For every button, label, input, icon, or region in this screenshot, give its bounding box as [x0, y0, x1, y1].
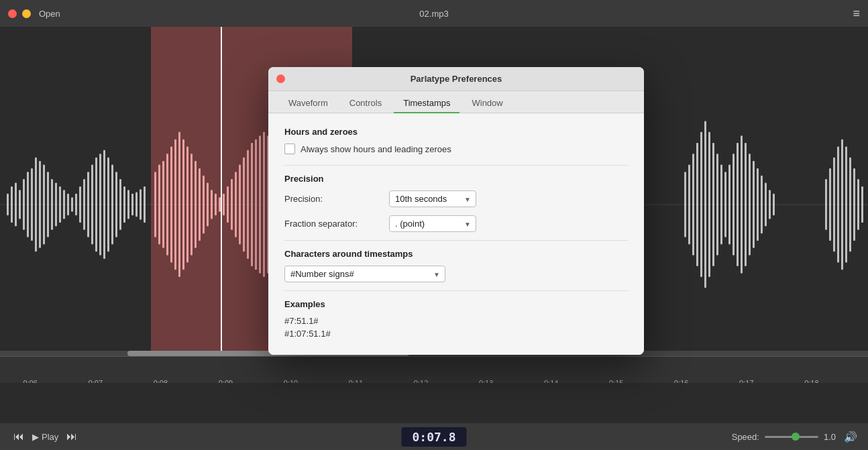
svg-rect-8 — [35, 158, 37, 252]
traffic-light-red[interactable] — [8, 9, 17, 18]
svg-rect-46 — [195, 161, 197, 248]
example-1: #7:51.1# — [284, 316, 628, 326]
menu-icon[interactable]: ≡ — [853, 7, 860, 21]
svg-rect-12 — [51, 179, 53, 230]
svg-rect-124 — [688, 164, 690, 244]
ruler-label-6: 0:06 — [23, 379, 38, 383]
svg-rect-19 — [79, 186, 81, 223]
svg-rect-145 — [773, 194, 775, 215]
dialog-tabs: Waveform Controls Timestamps Window — [268, 91, 644, 113]
tab-window[interactable]: Window — [462, 94, 512, 113]
svg-rect-137 — [741, 135, 743, 273]
ruler-label-18: 0:18 — [804, 379, 818, 383]
transport-bar: ⏮ ▶ Play ⏭ 0:07.8 Speed: 1.0 🔊 — [0, 423, 868, 450]
speed-slider[interactable] — [765, 436, 818, 438]
titlebar: Open 02.mp3 ≡ — [0, 0, 868, 27]
svg-rect-50 — [211, 190, 213, 219]
tab-controls[interactable]: Controls — [340, 94, 391, 113]
svg-rect-27 — [111, 164, 113, 244]
svg-rect-30 — [123, 186, 125, 223]
svg-rect-131 — [716, 154, 718, 255]
svg-rect-146 — [825, 179, 827, 230]
tab-waveform[interactable]: Waveform — [279, 94, 337, 113]
svg-rect-7 — [31, 168, 33, 241]
svg-rect-4 — [19, 190, 21, 219]
precision-row: Precision: 10th seconds 100th seconds Se… — [284, 190, 628, 207]
svg-rect-54 — [227, 186, 229, 223]
svg-rect-136 — [737, 143, 739, 266]
skip-forward-button[interactable]: ⏭ — [64, 428, 80, 445]
play-button[interactable]: ▶ Play — [32, 432, 58, 442]
svg-rect-52 — [219, 197, 221, 212]
svg-rect-29 — [119, 179, 121, 230]
svg-rect-133 — [724, 172, 726, 237]
speed-control: Speed: 1.0 🔊 — [732, 431, 857, 443]
open-button[interactable]: Open — [39, 9, 60, 19]
svg-rect-1 — [7, 194, 9, 215]
dialog-body: Hours and zeroes Always show hours and l… — [268, 113, 644, 355]
ruler-label-8: 0:08 — [154, 379, 168, 383]
divider-1 — [284, 165, 628, 166]
ruler-label-14: 0:14 — [544, 379, 558, 383]
hours-checkbox[interactable] — [284, 144, 295, 154]
svg-rect-17 — [71, 197, 73, 212]
hours-checkbox-label: Always show hours and leading zeroes — [301, 144, 451, 154]
svg-rect-140 — [753, 161, 755, 248]
svg-rect-56 — [235, 172, 237, 237]
fraction-label: Fraction separator: — [284, 219, 378, 229]
traffic-light-yellow[interactable] — [22, 9, 31, 18]
svg-rect-126 — [696, 143, 698, 266]
tab-timestamps[interactable]: Timestamps — [394, 94, 459, 113]
chars-dropdown-wrapper: #Number signs# No characters Custom ▼ — [284, 266, 445, 282]
precision-select[interactable]: 10th seconds 100th seconds Seconds — [389, 190, 476, 207]
dialog-title: Parlatype Preferences — [411, 74, 502, 84]
svg-rect-2 — [11, 186, 13, 223]
svg-rect-25 — [103, 150, 105, 259]
svg-rect-13 — [55, 183, 57, 227]
ruler-label-16: 0:16 — [674, 379, 688, 383]
svg-rect-11 — [47, 172, 49, 237]
svg-rect-127 — [700, 132, 702, 277]
titlebar-controls — [8, 9, 31, 18]
svg-rect-16 — [67, 194, 69, 215]
hours-section-title: Hours and zeroes — [284, 127, 628, 137]
svg-rect-26 — [107, 158, 109, 252]
svg-rect-47 — [199, 168, 201, 241]
svg-rect-55 — [231, 179, 233, 230]
divider-2 — [284, 240, 628, 241]
svg-rect-51 — [215, 194, 217, 215]
ruler-label-10: 0:10 — [284, 379, 298, 383]
svg-rect-10 — [43, 164, 45, 244]
dialog-close-button[interactable] — [276, 74, 285, 83]
svg-rect-5 — [23, 179, 25, 230]
ruler-ticks: ticks — [0, 379, 868, 383]
svg-rect-45 — [191, 154, 193, 255]
svg-rect-24 — [99, 154, 101, 255]
chars-select[interactable]: #Number signs# No characters Custom — [284, 266, 445, 282]
svg-rect-147 — [829, 168, 831, 241]
fraction-dropdown-wrapper: . (point) , (comma) ▼ — [389, 215, 476, 232]
ruler-label-17: 0:17 — [739, 379, 753, 383]
volume-icon[interactable]: 🔊 — [844, 431, 857, 443]
svg-rect-15 — [63, 190, 65, 219]
svg-rect-141 — [757, 168, 759, 241]
preferences-dialog: Parlatype Preferences Waveform Controls … — [268, 67, 644, 355]
example-2: #1:07:51.1# — [284, 329, 628, 339]
svg-rect-151 — [845, 146, 847, 262]
svg-rect-59 — [247, 150, 249, 259]
ruler-label-12: 0:12 — [414, 379, 428, 383]
fraction-select[interactable]: . (point) , (comma) — [389, 215, 476, 232]
speed-slider-thumb — [792, 433, 800, 441]
svg-rect-143 — [765, 183, 767, 227]
svg-rect-153 — [853, 168, 855, 241]
svg-rect-148 — [833, 158, 835, 252]
svg-rect-22 — [91, 164, 93, 244]
svg-rect-130 — [712, 143, 714, 266]
svg-rect-3 — [15, 183, 17, 227]
time-display: 0:07.8 — [401, 427, 466, 447]
svg-rect-135 — [733, 154, 735, 255]
speed-value: 1.0 — [824, 432, 836, 442]
skip-back-button[interactable]: ⏮ — [11, 428, 27, 445]
svg-rect-154 — [857, 179, 859, 230]
svg-rect-37 — [158, 164, 160, 244]
